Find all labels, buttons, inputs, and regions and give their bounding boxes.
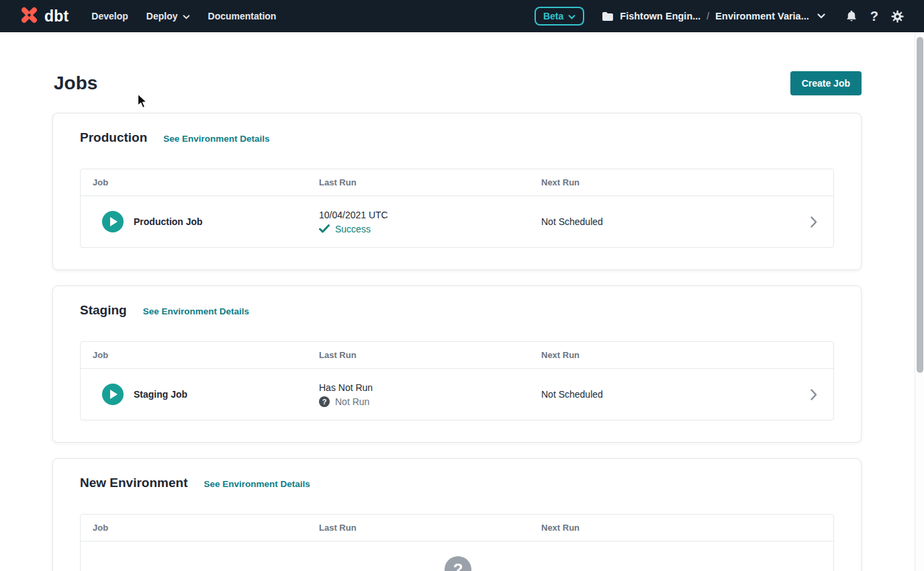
status-badge[interactable]: Success [335, 224, 371, 234]
column-header-job: Job [81, 350, 319, 360]
nav-item-documentation[interactable]: Documentation [208, 11, 277, 21]
table-header-row: Job Last Run Next Run [81, 515, 833, 541]
success-check-icon [319, 224, 330, 233]
chevron-down-icon [183, 11, 190, 21]
environment-name: Staging [80, 303, 127, 318]
main-content: Jobs Create Job Production See Environme… [0, 69, 915, 571]
environment-name: New Environment [80, 476, 187, 490]
dbt-logo-icon [19, 5, 40, 28]
table-header-row: Job Last Run Next Run [81, 169, 833, 196]
column-header-next-run: Next Run [541, 177, 794, 187]
column-header-job: Job [81, 177, 319, 187]
main-nav: Develop Deploy Documentation [91, 11, 276, 21]
row-chevron-right-icon[interactable] [794, 389, 833, 400]
last-run-date: 10/04/2021 UTC [319, 210, 541, 220]
last-run-date: Has Not Run [319, 382, 541, 393]
page-title: Jobs [54, 73, 97, 94]
see-environment-details-link[interactable]: See Environment Details [163, 134, 269, 144]
environment-card-new-environment: New Environment See Environment Details … [52, 458, 862, 571]
vertical-scrollbar [915, 32, 924, 571]
breadcrumb-project[interactable]: Fishtown Engin... [620, 11, 700, 21]
not-run-question-icon: ? [319, 396, 330, 407]
beta-dropdown-button[interactable]: Beta [535, 7, 584, 26]
help-icon[interactable]: ? [870, 9, 878, 23]
play-icon [110, 390, 118, 399]
row-chevron-right-icon[interactable] [794, 216, 833, 228]
play-icon [110, 217, 118, 226]
breadcrumb: Fishtown Engin... / Environment Varia... [602, 11, 825, 21]
last-run-cell: 10/04/2021 UTC Success [319, 210, 541, 234]
play-job-button[interactable] [102, 211, 124, 232]
environment-card-production: Production See Environment Details Job L… [52, 113, 862, 270]
chevron-down-icon [568, 11, 575, 21]
jobs-table: Job Last Run Next Run ? [80, 514, 834, 571]
column-header-next-run: Next Run [541, 523, 794, 533]
empty-jobs-body: ? [81, 541, 833, 571]
last-run-cell: Has Not Run ? Not Run [319, 382, 541, 407]
dbt-logo[interactable]: dbt [19, 5, 68, 28]
column-header-last-run: Last Run [319, 523, 541, 533]
next-run-cell: Not Scheduled [541, 216, 794, 227]
jobs-table: Job Last Run Next Run Staging Job Has No… [80, 341, 834, 421]
job-name: Staging Job [134, 389, 187, 400]
breadcrumb-page[interactable]: Environment Varia... [715, 11, 808, 21]
table-row-staging-job[interactable]: Staging Job Has Not Run ? Not Run Not Sc… [81, 369, 833, 420]
nav-item-develop[interactable]: Develop [91, 11, 128, 21]
play-job-button[interactable] [102, 384, 124, 405]
create-job-button[interactable]: Create Job [790, 71, 862, 95]
breadcrumb-separator: / [706, 11, 709, 21]
jobs-table: Job Last Run Next Run Production Job 10/… [80, 169, 834, 248]
status-badge: Not Run [335, 396, 369, 407]
dbt-logo-text: dbt [44, 7, 68, 26]
column-header-job: Job [81, 523, 319, 533]
page-header: Jobs Create Job [52, 69, 862, 98]
column-header-next-run: Next Run [541, 350, 794, 360]
nav-item-deploy[interactable]: Deploy [146, 11, 190, 21]
bell-icon[interactable] [845, 9, 858, 23]
job-name: Production Job [134, 216, 203, 227]
folder-icon [602, 11, 614, 21]
table-header-row: Job Last Run Next Run [81, 342, 833, 369]
topbar-right-cluster: Beta Fishtown Engin... / Environment Var… [535, 7, 904, 26]
chevron-down-icon[interactable] [817, 13, 825, 19]
table-row-production-job[interactable]: Production Job 10/04/2021 UTC Success No… [81, 196, 833, 247]
next-run-cell: Not Scheduled [541, 389, 794, 400]
topbar-icon-group: ? [845, 9, 904, 23]
scrollbar-thumb[interactable] [917, 37, 923, 373]
environment-card-staging: Staging See Environment Details Job Last… [52, 286, 862, 443]
gear-icon[interactable] [891, 10, 904, 23]
see-environment-details-link[interactable]: See Environment Details [203, 479, 310, 489]
see-environment-details-link[interactable]: See Environment Details [143, 306, 249, 316]
column-header-last-run: Last Run [319, 177, 541, 187]
column-header-last-run: Last Run [319, 350, 541, 360]
empty-state-question-icon: ? [445, 556, 471, 571]
environment-name: Production [80, 130, 147, 145]
top-navigation-bar: dbt Develop Deploy Documentation Beta Fi… [0, 0, 924, 32]
